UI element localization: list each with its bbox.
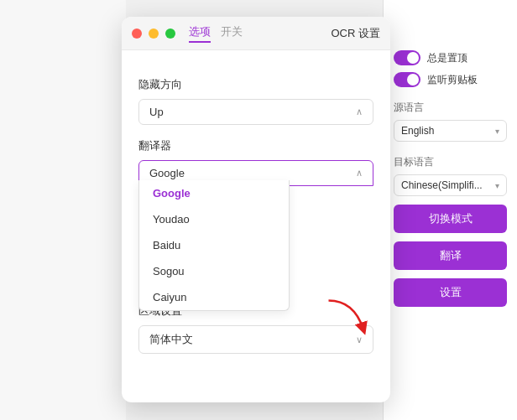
tab-options[interactable]: 选项 (189, 24, 211, 43)
minimize-window-button[interactable] (149, 29, 159, 39)
arrow-annotation (322, 294, 373, 345)
translate-button[interactable]: 翻译 (394, 241, 507, 270)
clipboard-monitor-toggle[interactable] (394, 72, 420, 87)
dropdown-item-caiyun[interactable]: Caiyun (139, 284, 289, 310)
translator-dropdown: Google Youdao Baidu Sogou Caiyun (138, 180, 290, 311)
translator-label: 翻译器 (138, 138, 373, 153)
source-lang-select[interactable]: English ▾ (394, 120, 507, 142)
target-lang-label: 目标语言 (394, 155, 507, 169)
modal-titlebar: 选项 开关 OCR 设置 (122, 17, 390, 50)
target-lang-chevron: ▾ (495, 181, 499, 190)
target-lang-select[interactable]: Chinese(Simplifi... ▾ (394, 174, 507, 196)
settings-button[interactable]: 设置 (394, 278, 507, 307)
source-lang-label: 源语言 (394, 101, 507, 115)
left-panel (0, 0, 126, 420)
tab-toggle[interactable]: 开关 (221, 24, 243, 43)
close-window-button[interactable] (132, 29, 142, 39)
dropdown-item-google[interactable]: Google (139, 180, 289, 206)
titlebar-tabs: 选项 开关 (189, 24, 243, 43)
always-on-top-label: 总是置顶 (427, 51, 467, 65)
toggle-row-clipboard: 监听剪贴板 (394, 72, 507, 87)
translator-chevron: ∧ (356, 168, 363, 179)
dropdown-item-youdao[interactable]: Youdao (139, 206, 289, 232)
dropdown-item-sogou[interactable]: Sogou (139, 258, 289, 284)
hide-direction-select[interactable]: Up ∧ (138, 99, 373, 125)
hide-direction-value: Up (149, 106, 164, 118)
clipboard-monitor-label: 监听剪贴板 (427, 73, 478, 87)
always-on-top-toggle[interactable] (394, 50, 420, 65)
settings-modal: 选项 开关 OCR 设置 隐藏方向 Up ∧ 翻译器 Google ∧ Goog… (122, 17, 390, 402)
source-lang-chevron: ▾ (495, 127, 499, 136)
source-lang-value: English (401, 125, 434, 137)
hide-direction-label: 隐藏方向 (138, 77, 373, 92)
maximize-window-button[interactable] (165, 29, 175, 39)
target-lang-value: Chinese(Simplifi... (401, 179, 483, 191)
dropdown-item-baidu[interactable]: Baidu (139, 232, 289, 258)
right-panel: 总是置顶 监听剪贴板 源语言 English ▾ 目标语言 Chinese(Si… (383, 0, 517, 420)
area-value: 简体中文 (149, 332, 193, 347)
switch-mode-button[interactable]: 切换模式 (394, 205, 507, 233)
translator-value: Google (149, 167, 185, 179)
hide-direction-chevron: ∧ (356, 106, 363, 117)
ocr-title: OCR 设置 (332, 26, 381, 41)
toggle-row-pin: 总是置顶 (394, 50, 507, 65)
